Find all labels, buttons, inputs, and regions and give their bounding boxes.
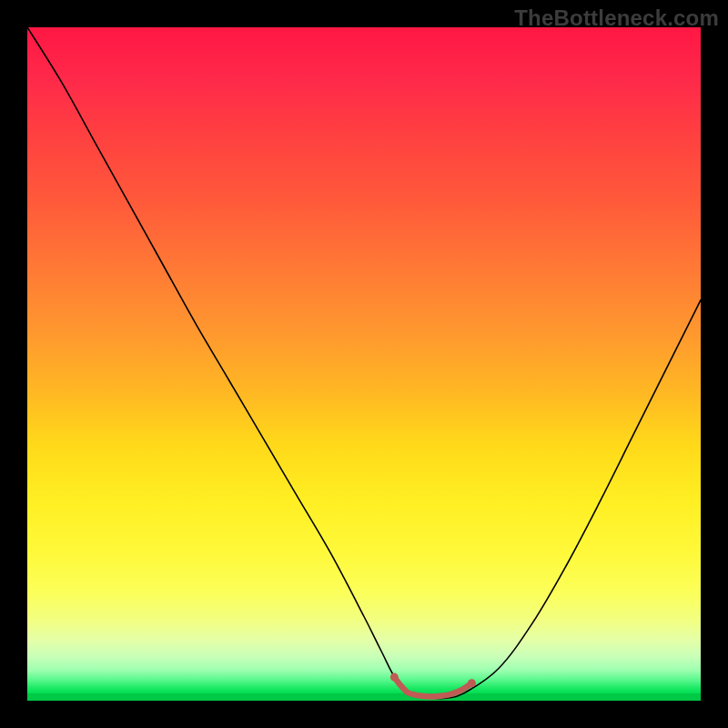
chart-frame: TheBottleneck.com (0, 0, 728, 728)
watermark-text: TheBottleneck.com (514, 5, 719, 31)
optimal-range-marker (394, 677, 471, 696)
marker-layer (27, 27, 701, 701)
plot-area (27, 27, 701, 701)
optimal-range-start-dot (390, 673, 399, 682)
optimal-range-end-dot (468, 679, 476, 687)
